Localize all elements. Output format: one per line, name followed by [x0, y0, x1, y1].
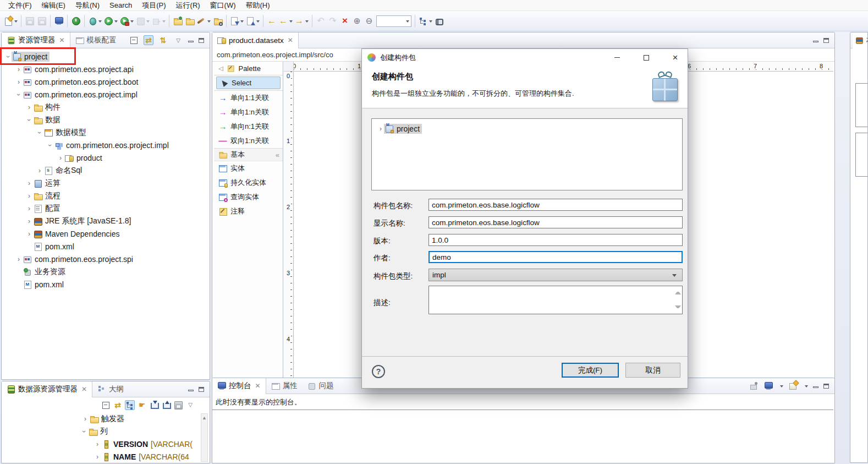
- zoom-level-combo[interactable]: [376, 15, 411, 27]
- dialog-tree-item-project[interactable]: › project: [372, 122, 682, 135]
- menu-run[interactable]: 运行(R): [171, 0, 205, 11]
- minimize-button[interactable]: [188, 390, 194, 391]
- collapse-all-button[interactable]: [129, 35, 139, 45]
- tree-item-triggers[interactable]: ›触发器: [2, 412, 210, 425]
- stop-button[interactable]: [135, 14, 151, 28]
- display-console-dropdown-icon[interactable]: [780, 385, 783, 389]
- run-button[interactable]: [103, 14, 119, 28]
- menu-project[interactable]: 项目(P): [137, 0, 171, 11]
- previous-annotation-dropdown-icon[interactable]: [256, 20, 260, 24]
- component-box[interactable]: [855, 83, 868, 127]
- chevron-collapsed-icon[interactable]: ›: [377, 125, 384, 132]
- tree-item-impl-module[interactable]: ›com.primeton.eos.project.impl: [2, 88, 210, 101]
- chevron-collapsed-icon[interactable]: ›: [36, 167, 43, 174]
- minimize-button[interactable]: [813, 41, 818, 42]
- menu-help[interactable]: 帮助(H): [241, 0, 275, 11]
- collapse-palette-icon[interactable]: ◁: [218, 65, 223, 72]
- package-type-select[interactable]: impl: [428, 269, 683, 281]
- chevron-collapsed-icon[interactable]: ›: [94, 454, 101, 460]
- run-dropdown-icon[interactable]: [114, 20, 118, 24]
- chevron-expanded-icon[interactable]: ›: [26, 117, 32, 123]
- display-name-input[interactable]: [428, 216, 683, 228]
- tree-item-maven-dependencies[interactable]: ›Maven Dependencies: [2, 227, 210, 240]
- palette-item-query-entity[interactable]: 查询实体: [214, 190, 283, 204]
- view-menu-button[interactable]: ▽: [185, 400, 195, 410]
- chevron-collapsed-icon[interactable]: ›: [57, 155, 64, 161]
- tree-item-api-module[interactable]: ›com.primeton.eos.project.api: [2, 63, 210, 75]
- close-icon[interactable]: ✕: [59, 36, 65, 44]
- link-with-editor-button[interactable]: ⇄: [113, 400, 123, 410]
- open-folder-button[interactable]: [184, 14, 196, 28]
- finish-button[interactable]: 完成(F): [562, 363, 619, 378]
- tree-item-version-column[interactable]: ›VERSION [VARCHAR(: [2, 438, 210, 450]
- import-resource-button[interactable]: [172, 14, 184, 28]
- tab-properties[interactable]: 属性: [266, 378, 303, 394]
- new-wizard-button[interactable]: [3, 14, 19, 28]
- tree-item-pom-xml[interactable]: ›pom.xml: [2, 240, 210, 253]
- palette-tool-nto1[interactable]: →单向n:1关联: [214, 119, 283, 134]
- tree-item-process[interactable]: ›流程: [2, 189, 210, 202]
- chevron-collapsed-icon[interactable]: ›: [26, 180, 32, 187]
- chevron-expanded-icon[interactable]: ›: [81, 428, 87, 435]
- tree-item-data[interactable]: ›数据: [2, 113, 210, 126]
- close-icon[interactable]: ✕: [81, 385, 87, 393]
- next-annotation-dropdown-icon[interactable]: [240, 20, 244, 24]
- tree-item-columns[interactable]: ›列: [2, 425, 210, 438]
- palette-item-persistent-entity[interactable]: 持久化实体: [214, 176, 283, 190]
- tab-component[interactable]: 构: [853, 32, 868, 48]
- step-button[interactable]: [151, 14, 167, 28]
- stop-dropdown-icon[interactable]: [146, 20, 150, 24]
- minimize-button[interactable]: [813, 386, 818, 388]
- component-box[interactable]: [855, 133, 868, 177]
- undo-button[interactable]: ↶: [315, 14, 327, 28]
- tree-item-data-model[interactable]: ›数据模型: [2, 126, 210, 139]
- run-history-button[interactable]: [119, 14, 135, 28]
- palette-tool-1to1[interactable]: →单向1:1关联: [214, 91, 283, 105]
- chevron-collapsed-icon[interactable]: ›: [94, 441, 101, 447]
- delete-button[interactable]: ×: [339, 14, 351, 28]
- dialog-close-button[interactable]: ×: [663, 49, 688, 66]
- chevron-collapsed-icon[interactable]: ›: [15, 79, 22, 85]
- vertical-scrollbar[interactable]: ▲: [201, 413, 208, 462]
- import-button[interactable]: [149, 400, 159, 410]
- menu-file[interactable]: 文件(F): [3, 0, 37, 11]
- backward-history-button[interactable]: ←: [278, 14, 294, 28]
- minimize-button[interactable]: [188, 41, 194, 42]
- pin-console-button[interactable]: [749, 381, 759, 391]
- chevron-collapsed-icon[interactable]: ›: [15, 66, 22, 73]
- new-wizard-dropdown-icon[interactable]: [14, 20, 18, 24]
- menu-window[interactable]: 窗口(W): [205, 0, 241, 11]
- connect-button[interactable]: ☛: [137, 400, 147, 410]
- tab-template-config[interactable]: 模板配置: [70, 32, 122, 48]
- find-button[interactable]: [433, 14, 446, 28]
- dialog-minimize-button[interactable]: [605, 49, 629, 66]
- export-button[interactable]: [161, 400, 171, 410]
- palette-header[interactable]: ◁ Palette: [214, 62, 283, 75]
- run-history-dropdown-icon[interactable]: [130, 20, 134, 24]
- layout-button[interactable]: [417, 14, 433, 28]
- forward-dropdown-icon[interactable]: [305, 20, 309, 24]
- step-dropdown-icon[interactable]: [162, 20, 166, 24]
- refresh-button[interactable]: ⇄: [158, 35, 168, 45]
- forward-history-button[interactable]: →: [294, 14, 310, 28]
- redo-button[interactable]: ↷: [327, 14, 339, 28]
- author-input[interactable]: [428, 251, 683, 263]
- tree-view-toggle-button[interactable]: [125, 400, 135, 410]
- description-textarea[interactable]: [428, 286, 683, 314]
- menu-search[interactable]: Search: [105, 1, 137, 10]
- open-console-button[interactable]: [788, 381, 798, 391]
- tree-item-named-sql[interactable]: ›命名Sql: [2, 164, 210, 177]
- link-with-editor-button[interactable]: ⇄: [144, 35, 153, 45]
- tree-item-impl-package[interactable]: ›com.primeton.eos.project.impl: [2, 139, 210, 151]
- tree-item-name-column[interactable]: ›NAME [VARCHAR(64: [2, 450, 210, 463]
- chevron-expanded-icon[interactable]: ›: [15, 91, 22, 98]
- search-folder-button[interactable]: [212, 14, 224, 28]
- maximize-button[interactable]: [823, 38, 829, 43]
- next-annotation-button[interactable]: [229, 14, 245, 28]
- open-console-button[interactable]: [53, 14, 65, 28]
- menu-edit[interactable]: 编辑(E): [37, 0, 70, 11]
- close-icon[interactable]: ✕: [255, 382, 261, 390]
- tab-resource-explorer[interactable]: 资源管理器 ✕: [2, 32, 70, 48]
- chevron-collapsed-icon[interactable]: ›: [26, 193, 32, 199]
- palette-group-basic[interactable]: 基本 «: [214, 148, 283, 161]
